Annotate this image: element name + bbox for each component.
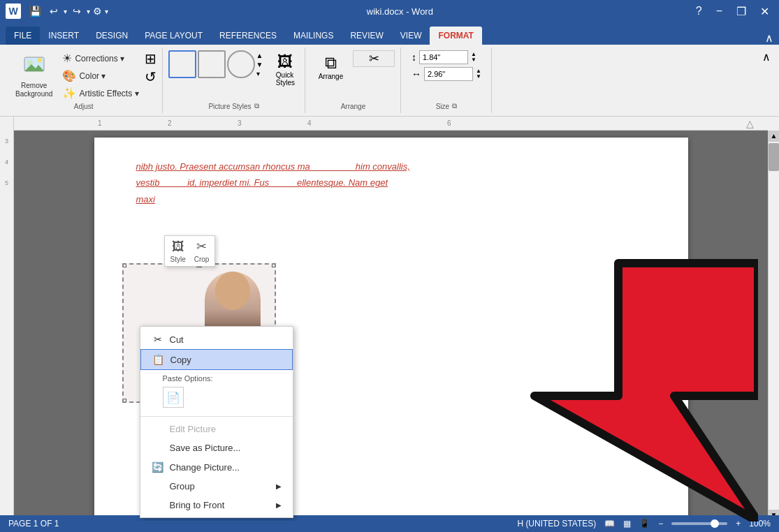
save-button[interactable]: 💾 — [27, 4, 44, 18]
crop-mini-button[interactable]: ✂ Crop — [194, 239, 210, 263]
quick-styles-button[interactable]: 🖼 QuickStyles — [271, 50, 299, 89]
tab-format[interactable]: FORMAT — [430, 27, 481, 45]
status-right: H (UNITED STATES) 📖 ▦ 📱 − + 100% — [517, 519, 771, 529]
ribbon-group-size: ↕ ▲ ▼ ↔ ▲ ▼ Size ⧉ — [401, 47, 492, 113]
ctx-save-picture-label: Save as Picture... — [170, 443, 241, 453]
style-preset-2[interactable] — [198, 50, 226, 78]
ribbon-collapse-button[interactable]: ∧ — [759, 31, 779, 45]
tab-file[interactable]: FILE — [6, 27, 40, 45]
scrollbar[interactable]: ▲ ▼ — [768, 131, 779, 521]
styles-less-btn[interactable]: ▼ — [256, 61, 263, 68]
document-page[interactable]: nibh justo. Praesent accumsan rhoncus ma… — [94, 138, 688, 521]
width-input[interactable] — [424, 67, 473, 81]
height-icon: ↕ — [412, 52, 416, 63]
reset-button[interactable]: ↺ — [145, 68, 156, 85]
artistic-effects-label: Artistic Effects ▾ — [79, 89, 138, 98]
height-input[interactable] — [419, 50, 468, 64]
tab-review[interactable]: REVIEW — [342, 27, 391, 45]
help-button[interactable]: ? — [692, 3, 706, 19]
styles-all-btn[interactable]: ▾ — [256, 70, 263, 77]
tab-design[interactable]: DESIGN — [87, 27, 136, 45]
doc-text-line3: maxi — [136, 191, 646, 207]
ctx-change-picture-label: Change Picture... — [170, 462, 240, 473]
ctx-group[interactable]: Group ▶ — [140, 477, 293, 496]
picture-styles-expand[interactable]: ⧉ — [254, 102, 259, 110]
compress-button[interactable]: ⊞ — [145, 50, 156, 67]
styles-more-btn[interactable]: ▲ — [256, 52, 263, 59]
corrections-icon: ☀ — [62, 52, 72, 65]
crop-label: Crop — [194, 256, 210, 263]
color-icon: 🎨 — [62, 69, 76, 82]
ctx-cut[interactable]: ✂ Cut — [140, 330, 293, 349]
handle-bl[interactable] — [122, 399, 126, 403]
quick-access-toolbar: 💾 ↩ ▾ ↪ ▾ ⚙ ▾ — [27, 4, 108, 18]
scroll-up[interactable]: ▲ — [769, 131, 779, 142]
height-spinner[interactable]: ▲ ▼ — [471, 52, 476, 63]
tab-mailings[interactable]: MAILINGS — [285, 27, 342, 45]
arrange-content: ⧉ Arrange ✂ — [311, 50, 395, 101]
arrange-label: Arrange — [341, 103, 366, 110]
ctx-bring-to-front[interactable]: Bring to Front ▶ — [140, 496, 293, 515]
redo-button[interactable]: ↪ — [70, 4, 84, 18]
minus-zoom[interactable]: − — [658, 519, 663, 529]
ruler-mark-3: 3 — [5, 131, 8, 152]
context-menu: ✂ Cut 📋 Copy Paste Options: 📄 Edit Pictu — [140, 326, 293, 518]
quick-styles-label: QuickStyles — [276, 71, 295, 87]
main-area: 3 4 5 1 2 3 4 6 △ nibh justo. Praesent a… — [0, 117, 779, 521]
width-row: ↔ ▲ ▼ — [412, 67, 481, 81]
tab-view[interactable]: VIEW — [392, 27, 430, 45]
style-icon: 🖼 — [172, 239, 184, 254]
book-icon: 📖 — [604, 519, 615, 529]
paste-btn-1[interactable]: 📄 — [163, 387, 184, 408]
minimize-button[interactable]: − — [712, 3, 727, 19]
ruler-mark-5: 5 — [5, 172, 8, 193]
image-head — [215, 272, 250, 310]
remove-background-button[interactable]: RemoveBackground — [11, 50, 57, 101]
ruler-num-2: 2 — [168, 119, 172, 127]
picture-styles-content: ▲ ▼ ▾ 🖼 QuickStyles — [168, 50, 300, 101]
size-expand[interactable]: ⧉ — [452, 102, 457, 110]
color-button[interactable]: 🎨 Color ▾ — [59, 68, 141, 84]
ruler-num-3: 3 — [238, 119, 242, 127]
scroll-thumb[interactable] — [769, 143, 779, 171]
zoom-slider[interactable] — [671, 522, 727, 525]
ctx-change-picture[interactable]: 🔄 Change Picture... — [140, 457, 293, 477]
close-button[interactable]: ✕ — [756, 3, 773, 20]
handle-tl[interactable] — [122, 263, 126, 267]
handle-tr[interactable] — [272, 263, 276, 267]
arrange-button[interactable]: ⧉ Arrange — [311, 50, 350, 83]
undo-button[interactable]: ↩ — [47, 4, 61, 18]
tab-page-layout[interactable]: PAGE LAYOUT — [136, 27, 211, 45]
tab-insert[interactable]: INSERT — [40, 27, 87, 45]
bring-front-submenu-arrow: ▶ — [276, 501, 282, 509]
ribbon-collapse-arrow[interactable]: ∧ — [759, 47, 773, 113]
ribbon-group-adjust: RemoveBackground ☀ Corrections ▾ 🎨 Color… — [6, 47, 163, 113]
ctx-copy[interactable]: 📋 Copy — [140, 349, 293, 370]
language-info: H (UNITED STATES) — [517, 519, 596, 529]
width-spinner[interactable]: ▲ ▼ — [476, 68, 481, 80]
window-title: wiki.docx - Word — [108, 6, 692, 17]
crop-button[interactable]: ✂ — [353, 50, 395, 67]
restore-button[interactable]: ❐ — [732, 3, 750, 20]
layout-icon: ▦ — [623, 519, 631, 529]
corrections-button[interactable]: ☀ Corrections ▾ — [59, 50, 141, 66]
color-label: Color ▾ — [79, 71, 105, 81]
artistic-effects-button[interactable]: ✨ Artistic Effects ▾ — [59, 85, 141, 101]
ctx-save-as-picture[interactable]: Save as Picture... — [140, 438, 293, 457]
style-preset-1[interactable] — [168, 50, 196, 78]
title-bar-left: W 💾 ↩ ▾ ↪ ▾ ⚙ ▾ — [6, 3, 108, 19]
paste-options-section: Paste Options: 📄 — [140, 370, 293, 413]
left-ruler: 3 4 5 — [0, 117, 14, 521]
plus-zoom[interactable]: + — [736, 519, 741, 529]
tab-references[interactable]: REFERENCES — [211, 27, 285, 45]
status-bar: PAGE 1 OF 1 H (UNITED STATES) 📖 ▦ 📱 − + … — [0, 515, 779, 532]
picture-styles-label: Picture Styles ⧉ — [208, 102, 259, 110]
quick-styles-icon: 🖼 — [277, 53, 293, 71]
mobile-icon: 📱 — [639, 519, 650, 529]
cut-icon: ✂ — [152, 334, 164, 345]
ribbon-spacer — [492, 47, 759, 113]
style-button[interactable]: 🖼 Style — [170, 239, 186, 263]
crop-icon: ✂ — [196, 239, 207, 254]
remove-bg-icon — [23, 53, 45, 80]
style-preset-3[interactable] — [227, 50, 255, 78]
